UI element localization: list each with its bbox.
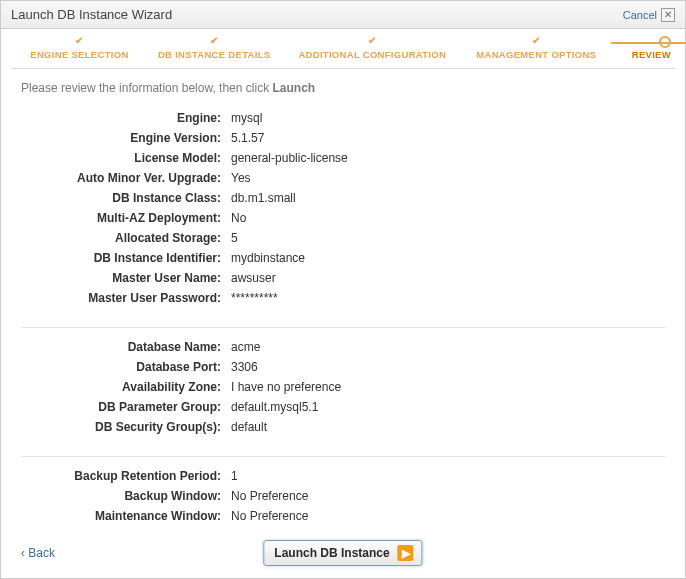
review-value: mydbinstance: [231, 249, 305, 267]
review-label: DB Parameter Group:: [21, 398, 231, 416]
review-value: 3306: [231, 358, 258, 376]
review-row: DB Instance Identifier:mydbinstance: [21, 249, 665, 267]
review-label: DB Instance Identifier:: [21, 249, 231, 267]
review-value: acme: [231, 338, 260, 356]
back-label: Back: [28, 546, 55, 560]
step-label: REVIEW: [632, 49, 671, 60]
review-row: DB Parameter Group:default.mysql5.1: [21, 398, 665, 416]
step-additional-configuration[interactable]: ✔ ADDITIONAL CONFIGURATION: [284, 35, 460, 60]
review-row: Allocated Storage:5: [21, 229, 665, 247]
step-label: MANAGEMENT OPTIONS: [476, 49, 596, 60]
review-section-instance: Engine:mysqlEngine Version:5.1.57License…: [21, 109, 665, 313]
review-label: Auto Minor Ver. Upgrade:: [21, 169, 231, 187]
review-label: License Model:: [21, 149, 231, 167]
review-instruction: Please review the information below, the…: [21, 81, 665, 95]
back-link[interactable]: ‹ Back: [21, 546, 55, 560]
close-icon[interactable]: ✕: [661, 8, 675, 22]
review-label: Master User Password:: [21, 289, 231, 307]
review-value: 1: [231, 467, 238, 485]
wizard-header: Launch DB Instance Wizard Cancel ✕: [1, 1, 685, 29]
cancel-area: Cancel ✕: [623, 8, 675, 22]
wizard-body: Please review the information below, the…: [1, 69, 685, 534]
review-label: Availability Zone:: [21, 378, 231, 396]
review-label: DB Instance Class:: [21, 189, 231, 207]
divider: [21, 327, 665, 328]
review-value: awsuser: [231, 269, 276, 287]
wizard-dialog: Launch DB Instance Wizard Cancel ✕ ✔ ENG…: [0, 0, 686, 579]
review-row: Master User Name:awsuser: [21, 269, 665, 287]
review-row: Engine:mysql: [21, 109, 665, 127]
checkmark-icon: ✔: [532, 35, 540, 49]
review-label: Allocated Storage:: [21, 229, 231, 247]
checkmark-icon: ✔: [368, 35, 376, 49]
review-value: I have no preference: [231, 378, 341, 396]
arrow-right-icon: ▶: [398, 545, 414, 561]
step-label: ENGINE SELECTION: [30, 49, 128, 60]
wizard-title: Launch DB Instance Wizard: [11, 7, 172, 22]
step-management-options[interactable]: ✔ MANAGEMENT OPTIONS: [460, 35, 612, 60]
review-value: 5: [231, 229, 238, 247]
review-value: No: [231, 209, 246, 227]
review-value: db.m1.small: [231, 189, 296, 207]
review-label: Backup Window:: [21, 487, 231, 505]
review-label: Database Port:: [21, 358, 231, 376]
launch-db-instance-button[interactable]: Launch DB Instance ▶: [263, 540, 422, 566]
checkmark-icon: ✔: [75, 35, 83, 49]
review-row: DB Instance Class:db.m1.small: [21, 189, 665, 207]
review-label: Database Name:: [21, 338, 231, 356]
review-value: general-public-license: [231, 149, 348, 167]
review-value: No Preference: [231, 507, 308, 525]
review-row: Database Port:3306: [21, 358, 665, 376]
review-row: Auto Minor Ver. Upgrade:Yes: [21, 169, 665, 187]
review-row: Backup Retention Period:1: [21, 467, 665, 485]
step-review[interactable]: REVIEW: [612, 35, 671, 60]
launch-button-label: Launch DB Instance: [274, 546, 389, 560]
review-label: Backup Retention Period:: [21, 467, 231, 485]
review-value: Yes: [231, 169, 251, 187]
wizard-footer: ‹ Back Launch DB Instance ▶: [1, 534, 685, 578]
wizard-steps: ✔ ENGINE SELECTION ✔ DB INSTANCE DETAILS…: [1, 29, 685, 64]
review-label: Engine:: [21, 109, 231, 127]
review-label: Maintenance Window:: [21, 507, 231, 525]
review-value: default.mysql5.1: [231, 398, 318, 416]
review-row: Availability Zone:I have no preference: [21, 378, 665, 396]
review-row: License Model:general-public-license: [21, 149, 665, 167]
review-label: Master User Name:: [21, 269, 231, 287]
cancel-link[interactable]: Cancel: [623, 9, 657, 21]
review-value: 5.1.57: [231, 129, 264, 147]
review-section-maintenance: Backup Retention Period:1Backup Window:N…: [21, 467, 665, 531]
review-value: default: [231, 418, 267, 436]
review-value: mysql: [231, 109, 262, 127]
step-active-marker: [659, 35, 671, 49]
divider: [21, 456, 665, 457]
checkmark-icon: ✔: [210, 35, 218, 49]
instruction-action: Launch: [272, 81, 315, 95]
step-label: DB INSTANCE DETAILS: [158, 49, 271, 60]
step-engine-selection[interactable]: ✔ ENGINE SELECTION: [15, 35, 144, 60]
review-label: DB Security Group(s):: [21, 418, 231, 436]
review-row: Maintenance Window:No Preference: [21, 507, 665, 525]
instruction-text: Please review the information below, the…: [21, 81, 272, 95]
review-row: DB Security Group(s):default: [21, 418, 665, 436]
review-label: Multi-AZ Deployment:: [21, 209, 231, 227]
review-value: No Preference: [231, 487, 308, 505]
step-label: ADDITIONAL CONFIGURATION: [298, 49, 446, 60]
review-label: Engine Version:: [21, 129, 231, 147]
step-db-instance-details[interactable]: ✔ DB INSTANCE DETAILS: [144, 35, 285, 60]
review-row: Database Name:acme: [21, 338, 665, 356]
review-value: **********: [231, 289, 278, 307]
review-row: Multi-AZ Deployment:No: [21, 209, 665, 227]
review-row: Master User Password:**********: [21, 289, 665, 307]
review-row: Backup Window:No Preference: [21, 487, 665, 505]
review-row: Engine Version:5.1.57: [21, 129, 665, 147]
review-section-config: Database Name:acmeDatabase Port:3306Avai…: [21, 338, 665, 442]
